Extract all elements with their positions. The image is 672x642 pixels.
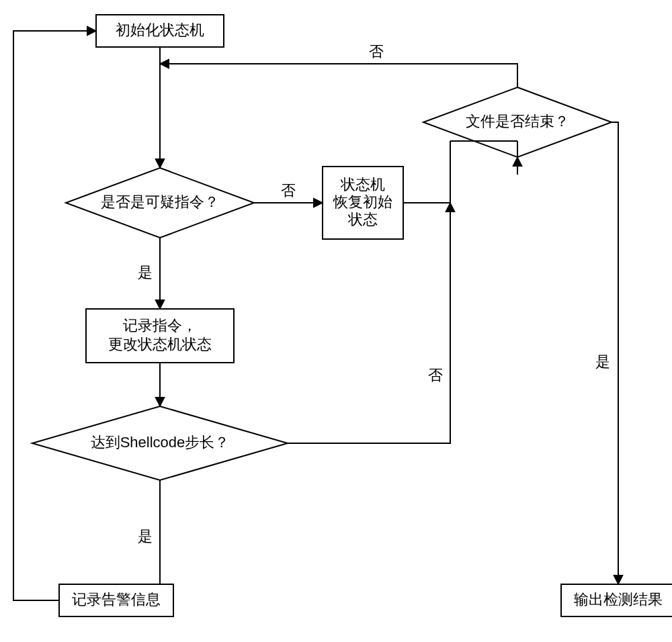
node-reset-l2: 恢复初始	[333, 193, 392, 210]
node-shelllen-label: 达到Shellcode步长？	[91, 434, 230, 451]
node-suspicious-label: 是否是可疑指令？	[101, 193, 219, 210]
node-reset-l1: 状态机	[340, 176, 385, 193]
edge-alarm-init	[13, 31, 96, 600]
node-fileend-label: 文件是否结束？	[466, 113, 569, 130]
label-fileend-yes: 是	[595, 353, 610, 370]
node-output-label: 输出检测结果	[574, 591, 663, 608]
label-shelllen-yes: 是	[138, 528, 153, 545]
node-alarm-label: 记录告警信息	[72, 591, 161, 608]
node-record-l2: 更改状态机状态	[108, 336, 212, 353]
svg-rect-2	[108, 574, 168, 584]
node-reset-l3: 状态	[347, 211, 378, 228]
label-shelllen-no: 否	[428, 367, 443, 383]
label-suspicious-no: 否	[281, 182, 296, 199]
label-suspicious-yes: 是	[138, 264, 153, 281]
edge-reset-fileend	[403, 154, 517, 203]
label-fileend-no: 否	[369, 43, 384, 60]
node-record-l1: 记录指令，	[123, 317, 197, 334]
node-init-label: 初始化状态机	[116, 21, 204, 38]
edge-fileend-loop	[160, 64, 517, 87]
edge-fileend-output	[612, 122, 618, 584]
